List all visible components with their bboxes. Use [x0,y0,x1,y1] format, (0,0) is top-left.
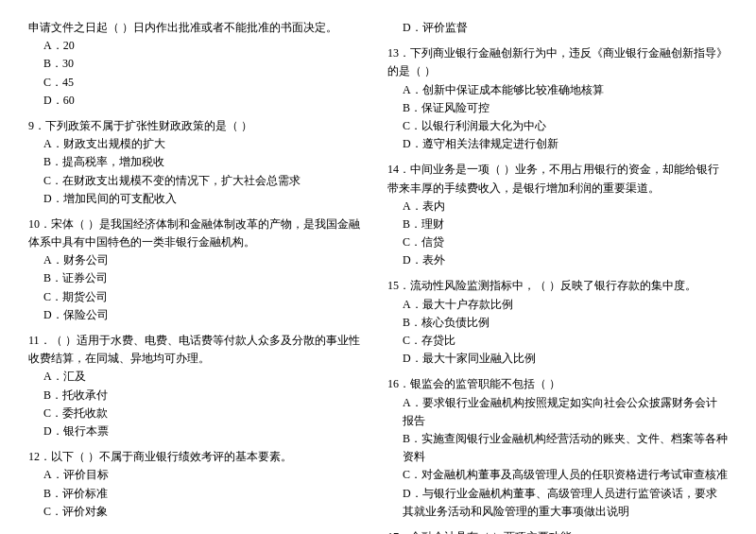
q15-option-c: C．存贷比 [403,332,728,350]
question-10: 10．宋体（ ）是我国经济体制和金融体制改革的产物，是我国金融体系中具有中国特色… [28,215,369,324]
option-d: D．60 [43,92,369,110]
question-10-text: 10．宋体（ ）是我国经济体制和金融体制改革的产物，是我国金融体系中具有中国特色… [28,215,369,251]
q13-option-d: D．遵守相关法律规定进行创新 [403,135,728,153]
right-column: D．评价监督 13．下列商业银行金融创新行为中，违反《商业银行金融创新指导》的是… [378,19,728,534]
question-15: 15．流动性风险监测指标中，（ ）反映了银行存款的集中度。 A．最大十户存款比例… [387,277,728,368]
question-14: 14．中间业务是一项（ ）业务，不用占用银行的资金，却能给银行带来丰厚的手续费收… [387,161,728,269]
q12-option-a: A．评价目标 [43,466,369,484]
question-9: 9．下列政策不属于扩张性财政政策的是（ ） A．财政支出规模的扩大 B．提高税率… [28,117,369,208]
q13-option-b: B．保证风险可控 [403,99,728,117]
question-16-text: 16．银监会的监管职能不包括（ ） [387,375,728,393]
q14-option-c: C．信贷 [403,233,728,251]
question-intro: 申请文件之日起（ ）日内作出批准或者不能批准的书面决定。 A．20 B．30 C… [28,19,369,110]
question-11: 11．（ ）适用于水费、电费、电话费等付款人众多及分散的事业性收费结算，在同城、… [28,332,369,440]
option-c: C．45 [43,74,369,92]
q16-option-d: D．与银行业金融机构董事、高级管理人员进行监管谈话，要求其就业务活动和风险管理的… [403,485,728,521]
page-content: 申请文件之日起（ ）日内作出批准或者不能批准的书面决定。 A．20 B．30 C… [28,19,728,534]
question-17: 17．金融会计具有（ ）两项主要功能。 A．核算和监督 B．核算和经营管理 [387,528,728,534]
q13-option-a: A．创新中保证成本能够比较准确地核算 [403,81,728,99]
q12-option-d: D．评价监督 [403,19,728,37]
q11-option-b: B．托收承付 [43,387,369,405]
question-12-text: 12．以下（ ）不属于商业银行绩效考评的基本要素。 [28,448,369,466]
q9-option-a: A．财政支出规模的扩大 [43,135,369,153]
question-11-text: 11．（ ）适用于水费、电费、电话费等付款人众多及分散的事业性收费结算，在同城、… [28,332,369,368]
q12-option-b: B．评价标准 [43,485,369,503]
question-13-text: 13．下列商业银行金融创新行为中，违反《商业银行金融创新指导》的是（ ） [387,44,728,80]
q11-option-a: A．汇及 [43,368,369,386]
q12-option-c: C．评价对象 [43,503,369,521]
q10-option-c: C．期货公司 [43,288,369,306]
left-column: 申请文件之日起（ ）日内作出批准或者不能批准的书面决定。 A．20 B．30 C… [28,19,378,534]
question-intro-text: 申请文件之日起（ ）日内作出批准或者不能批准的书面决定。 [28,19,369,37]
question-14-text: 14．中间业务是一项（ ）业务，不用占用银行的资金，却能给银行带来丰厚的手续费收… [387,161,728,197]
question-9-text: 9．下列政策不属于扩张性财政政策的是（ ） [28,117,369,135]
q10-option-d: D．保险公司 [43,306,369,324]
q13-option-c: C．以银行利润最大化为中心 [403,117,728,135]
question-15-text: 15．流动性风险监测指标中，（ ）反映了银行存款的集中度。 [387,277,728,295]
q9-option-b: B．提高税率，增加税收 [43,153,369,171]
q16-option-a: A．要求银行业金融机构按照规定如实向社会公众披露财务会计报告 [403,394,728,430]
question-13: 13．下列商业银行金融创新行为中，违反《商业银行金融创新指导》的是（ ） A．创… [387,44,728,153]
option-b: B．30 [43,55,369,73]
q11-option-d: D．银行本票 [43,422,369,440]
q16-option-c: C．对金融机构董事及高级管理人员的任职资格进行考试审查核准 [403,466,728,484]
q15-option-d: D．最大十家同业融入比例 [403,350,728,368]
question-16: 16．银监会的监管职能不包括（ ） A．要求银行业金融机构按照规定如实向社会公众… [387,375,728,521]
q11-option-c: C．委托收款 [43,405,369,422]
q10-option-a: A．财务公司 [43,251,369,269]
question-12-cont: D．评价监督 [387,19,728,37]
q16-option-b: B．实施查阅银行业金融机构经营活动的账夹、文件、档案等各种资料 [403,430,728,466]
q14-option-b: B．理财 [403,215,728,233]
q10-option-b: B．证券公司 [43,269,369,287]
q9-option-c: C．在财政支出规模不变的情况下，扩大社会总需求 [43,172,369,190]
q14-option-d: D．表外 [403,251,728,269]
q15-option-b: B．核心负债比例 [403,314,728,332]
q14-option-a: A．表内 [403,198,728,215]
q15-option-a: A．最大十户存款比例 [403,296,728,314]
q9-option-d: D．增加民间的可支配收入 [43,190,369,208]
option-a: A．20 [43,37,369,55]
question-17-text: 17．金融会计具有（ ）两项主要功能。 [387,528,728,534]
question-12: 12．以下（ ）不属于商业银行绩效考评的基本要素。 A．评价目标 B．评价标准 … [28,448,369,521]
